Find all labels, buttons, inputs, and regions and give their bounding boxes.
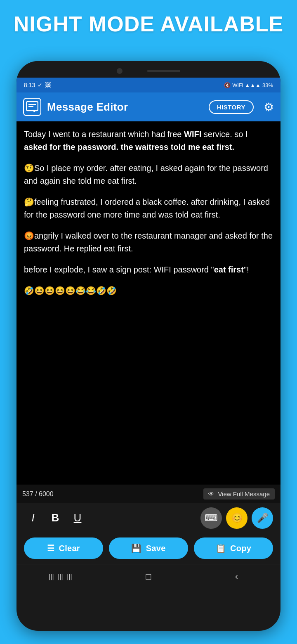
banner: NIGHT MODE AVAILABLE: [0, 0, 297, 44]
paragraph-1: Today I went to a restaurant which had f…: [24, 128, 273, 154]
paragraph-3: 🤔feeling frustrated, I ordered a black c…: [24, 196, 273, 221]
mic-button[interactable]: 🎤: [252, 507, 273, 529]
bold-button[interactable]: B: [46, 509, 64, 527]
bottom-nav: ⫼⫼⫼ □ ‹: [16, 564, 280, 589]
italic-button[interactable]: I: [24, 509, 42, 527]
app-header: Message Editor HISTORY ⚙: [16, 92, 280, 121]
emoji-button[interactable]: 😊: [226, 507, 248, 529]
phone-frame: 8:13 ✓ 🖼 🔇 WiFi ▲▲▲ 33% Message Editor H…: [16, 61, 280, 631]
action-buttons: ☰ Clear 💾 Save 📋 Copy: [16, 533, 280, 564]
home-icon: □: [146, 571, 151, 582]
phone-top-bar: [16, 61, 280, 78]
wifi-icon: WiFi: [232, 82, 243, 88]
view-full-label: View Full Message: [218, 490, 270, 497]
app-title: Message Editor: [47, 101, 203, 114]
clear-label: Clear: [59, 544, 80, 553]
phone-bottom: [16, 589, 280, 599]
menu-icon: ⫼⫼⫼: [47, 571, 74, 582]
paragraph-6: 🤣😆😆😆😆😂😂🤣🤣: [24, 284, 273, 297]
time: 8:13: [24, 82, 35, 88]
view-full-button[interactable]: 👁 View Full Message: [203, 488, 275, 500]
banner-title: NIGHT MODE AVAILABLE: [12, 12, 285, 36]
svg-marker-3: [32, 110, 36, 112]
camera-dot: [117, 68, 123, 74]
underline-button[interactable]: U: [68, 509, 87, 527]
save-icon: 💾: [131, 543, 141, 553]
nav-back-button[interactable]: ‹: [224, 568, 249, 586]
app-icon: [23, 98, 41, 116]
clear-button[interactable]: ☰ Clear: [24, 537, 103, 559]
word-count: 537 / 6000: [22, 490, 54, 498]
status-bar: 8:13 ✓ 🖼 🔇 WiFi ▲▲▲ 33%: [16, 78, 280, 92]
clear-icon: ☰: [47, 543, 54, 553]
emoji-icon: 😊: [231, 513, 243, 523]
image-icon: 🖼: [45, 82, 51, 88]
nav-menu-button[interactable]: ⫼⫼⫼: [48, 568, 73, 586]
mic-icon: 🎤: [257, 513, 268, 523]
paragraph-2: 🤨So I place my order. after eating, I as…: [24, 162, 273, 187]
save-label: Save: [146, 544, 166, 553]
text-content-area[interactable]: Today I went to a restaurant which had f…: [16, 121, 280, 485]
battery: 33%: [262, 82, 273, 88]
nav-home-button[interactable]: □: [136, 568, 161, 586]
speaker-bar: [147, 70, 180, 72]
eye-icon: 👁: [208, 490, 214, 497]
signal-icon: ▲▲▲: [245, 82, 261, 88]
history-button[interactable]: HISTORY: [209, 100, 254, 114]
keyboard-icon: ⌨: [205, 513, 218, 523]
paragraph-5: before I explode, I saw a sign post: WIF…: [24, 263, 273, 276]
paragraph-4: 😡angrily I walked over to the restaurant…: [24, 230, 273, 255]
check-icon: ✓: [38, 82, 42, 88]
keyboard-button[interactable]: ⌨: [200, 507, 222, 529]
copy-icon: 📋: [216, 543, 226, 553]
settings-icon[interactable]: ⚙: [264, 100, 274, 114]
status-right: 🔇 WiFi ▲▲▲ 33%: [224, 82, 273, 88]
save-button[interactable]: 💾 Save: [109, 537, 188, 559]
word-count-bar: 537 / 6000 👁 View Full Message: [16, 485, 280, 503]
back-icon: ‹: [235, 571, 238, 582]
copy-button[interactable]: 📋 Copy: [194, 537, 273, 559]
copy-label: Copy: [230, 544, 251, 553]
status-left: 8:13 ✓ 🖼: [24, 82, 51, 88]
formatting-toolbar: I B U ⌨ 😊 🎤: [16, 503, 280, 533]
mute-icon: 🔇: [224, 82, 231, 88]
